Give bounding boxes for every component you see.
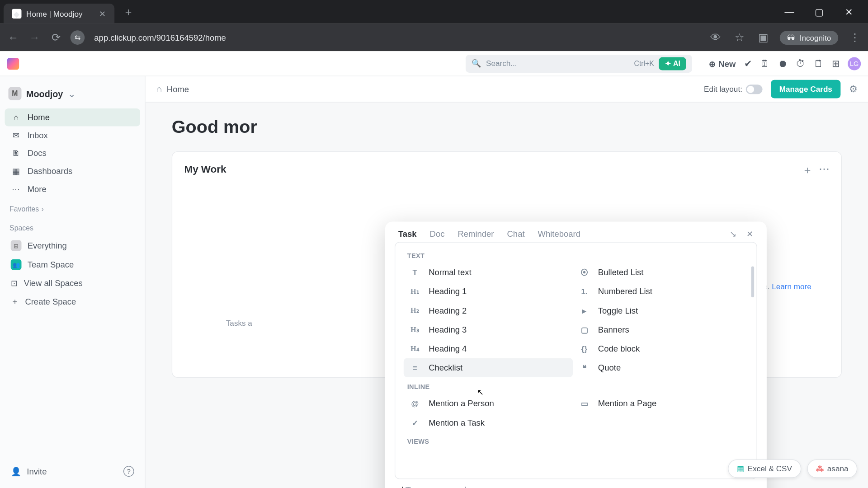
browser-tab[interactable]: ◆ Home | Moodjoy ✕ bbox=[4, 4, 115, 24]
import-asana-chip[interactable]: ⁂asana bbox=[807, 460, 857, 478]
manage-cards-button[interactable]: Manage Cards bbox=[771, 80, 840, 99]
sidebar-item-inbox[interactable]: ✉ Inbox bbox=[5, 127, 140, 145]
eye-off-icon[interactable]: 👁 bbox=[708, 31, 723, 44]
greeting-heading: Good mor bbox=[172, 117, 842, 137]
slash-item-normal-text[interactable]: TNormal text bbox=[404, 263, 573, 282]
sidebar-item-more[interactable]: ⋯ More bbox=[5, 180, 140, 198]
new-label: New bbox=[718, 59, 736, 68]
slash-section-text: TEXT bbox=[404, 249, 757, 263]
tab-task[interactable]: Task bbox=[398, 229, 417, 238]
slash-item-quote[interactable]: ❝Quote bbox=[573, 358, 742, 377]
slash-item-label: Heading 2 bbox=[429, 305, 467, 315]
modal-tabs: Task Doc Reminder Chat Whiteboard ↘ ✕ bbox=[385, 222, 767, 239]
close-modal-icon[interactable]: ✕ bbox=[746, 229, 754, 238]
slash-item-heading-3[interactable]: H₃Heading 3 bbox=[404, 320, 573, 339]
slash-item-label: Code block bbox=[598, 344, 640, 353]
edit-layout-toggle[interactable]: Edit layout: bbox=[704, 84, 763, 94]
slash-item-heading-2[interactable]: H₂Heading 2 bbox=[404, 301, 573, 320]
toggle-switch[interactable] bbox=[746, 84, 763, 94]
panel-icon[interactable]: ▣ bbox=[756, 31, 770, 44]
incognito-chip[interactable]: 🕶 Incognito bbox=[780, 31, 838, 44]
back-icon[interactable]: ← bbox=[6, 31, 20, 44]
slash-item-banners[interactable]: ▢Banners bbox=[573, 320, 742, 339]
slash-item-label: Checklist bbox=[429, 363, 462, 372]
learn-more-link[interactable]: Learn more bbox=[772, 282, 811, 291]
space-create[interactable]: ＋ Create Space bbox=[5, 292, 140, 311]
close-tab-icon[interactable]: ✕ bbox=[99, 9, 106, 19]
slash-command-menu: TEXT TNormal textH₁Heading 1H₂Heading 2H… bbox=[395, 242, 757, 479]
add-icon[interactable]: ＋ bbox=[802, 163, 813, 177]
tab-reminder[interactable]: Reminder bbox=[458, 229, 494, 238]
url-text[interactable]: app.clickup.com/9016164592/home bbox=[94, 33, 226, 42]
help-icon[interactable]: ? bbox=[123, 466, 134, 477]
slash-inline-mention-a-person[interactable]: @Mention a Person bbox=[404, 394, 573, 413]
sidebar-item-home[interactable]: ⌂ Home bbox=[5, 108, 140, 127]
import-floaters: ▦Excel & CSV ⁂asana bbox=[728, 460, 857, 478]
check-circle-icon[interactable]: ✔ bbox=[744, 58, 752, 69]
clickup-logo-icon[interactable] bbox=[7, 57, 19, 69]
slash-item-code-block[interactable]: {}Code block bbox=[573, 339, 742, 358]
import-excel-chip[interactable]: ▦Excel & CSV bbox=[728, 460, 801, 478]
sidebar-item-docs[interactable]: 🗎 Docs bbox=[5, 144, 140, 162]
invite-button[interactable]: Invite bbox=[27, 467, 47, 476]
site-info-icon[interactable]: ⇆ bbox=[71, 30, 85, 45]
slash-item-checklist[interactable]: ≡Checklist bbox=[404, 358, 573, 377]
space-label: View all Spaces bbox=[24, 278, 83, 288]
browser-menu-icon[interactable]: ⋮ bbox=[848, 31, 862, 44]
slash-item-icon: ≡ bbox=[410, 362, 420, 373]
user-avatar[interactable]: LG bbox=[848, 57, 861, 70]
slash-item-icon: 1. bbox=[579, 286, 590, 297]
view-all-icon: ⊡ bbox=[11, 278, 18, 288]
slash-item-toggle-list[interactable]: ▸Toggle List bbox=[573, 301, 742, 320]
space-everything[interactable]: ⊞ Everything bbox=[5, 236, 140, 255]
slash-item-icon: H₂ bbox=[410, 305, 420, 316]
maximize-icon[interactable]: ▢ bbox=[808, 6, 830, 18]
slash-item-label: Quote bbox=[598, 363, 621, 372]
slash-inline-mention-a-task[interactable]: ✓Mention a Task bbox=[404, 413, 573, 432]
notepad-icon[interactable]: 🗒 bbox=[814, 58, 823, 69]
global-search[interactable]: 🔍 Search... Ctrl+K ✦ AI bbox=[466, 55, 692, 73]
description-input[interactable]: / Type command... bbox=[385, 479, 767, 488]
apps-grid-icon[interactable]: ⊞ bbox=[832, 58, 840, 69]
slash-item-heading-4[interactable]: H₄Heading 4 bbox=[404, 339, 573, 358]
sidebar-footer: 👤 Invite ? bbox=[5, 460, 140, 483]
new-button[interactable]: ⊕ New bbox=[709, 59, 736, 68]
reload-icon[interactable]: ⟳ bbox=[49, 31, 63, 44]
dashboard-icon: ▦ bbox=[11, 166, 22, 176]
card-menu-icon[interactable]: ⋯ bbox=[819, 163, 830, 177]
spaces-section: Spaces bbox=[5, 217, 140, 236]
new-tab-button[interactable]: ＋ bbox=[123, 5, 134, 19]
sidebar-item-dashboards[interactable]: ▦ Dashboards bbox=[5, 162, 140, 180]
tab-whiteboard[interactable]: Whiteboard bbox=[538, 229, 580, 238]
slash-item-icon: ▢ bbox=[579, 324, 590, 335]
forward-icon[interactable]: → bbox=[28, 31, 42, 44]
doc-icon: 🗎 bbox=[11, 148, 22, 158]
breadcrumb-home[interactable]: Home bbox=[167, 84, 189, 94]
search-shortcut: Ctrl+K bbox=[634, 59, 654, 67]
workspace-switcher[interactable]: M Moodjoy ⌄ bbox=[5, 82, 140, 105]
bookmark-icon[interactable]: ☆ bbox=[732, 31, 747, 44]
create-task-modal: Task Doc Reminder Chat Whiteboard ↘ ✕ TE… bbox=[385, 222, 767, 488]
slash-item-numbered-list[interactable]: 1.Numbered List bbox=[573, 282, 742, 301]
slash-item-icon: @ bbox=[410, 398, 420, 409]
minimize-modal-icon[interactable]: ↘ bbox=[730, 229, 737, 238]
record-icon[interactable]: ⏺ bbox=[778, 58, 788, 69]
clipboard-icon[interactable]: 🗓 bbox=[760, 58, 769, 69]
timer-icon[interactable]: ⏱ bbox=[796, 58, 805, 69]
gear-icon[interactable]: ⚙ bbox=[849, 84, 857, 95]
slash-item-bulleted-list[interactable]: ⦿Bulleted List bbox=[573, 263, 742, 282]
minimize-icon[interactable]: — bbox=[778, 6, 800, 18]
space-view-all[interactable]: ⊡ View all Spaces bbox=[5, 274, 140, 292]
sidebar: M Moodjoy ⌄ ⌂ Home ✉ Inbox 🗎 Docs ▦ Dash… bbox=[0, 76, 146, 488]
slash-item-icon: T bbox=[410, 267, 420, 278]
close-window-icon[interactable]: ✕ bbox=[838, 6, 859, 18]
ai-button[interactable]: ✦ AI bbox=[659, 57, 686, 70]
favorites-section[interactable]: Favorites › bbox=[5, 198, 140, 217]
slash-inline-mention-a-page[interactable]: ▭Mention a Page bbox=[573, 394, 742, 413]
tab-doc[interactable]: Doc bbox=[430, 229, 445, 238]
slash-item-heading-1[interactable]: H₁Heading 1 bbox=[404, 282, 573, 301]
menu-scrollbar[interactable] bbox=[751, 266, 755, 297]
tab-chat[interactable]: Chat bbox=[507, 229, 525, 238]
slash-item-label: Mention a Page bbox=[598, 399, 656, 408]
space-team[interactable]: 👥 Team Space bbox=[5, 255, 140, 274]
